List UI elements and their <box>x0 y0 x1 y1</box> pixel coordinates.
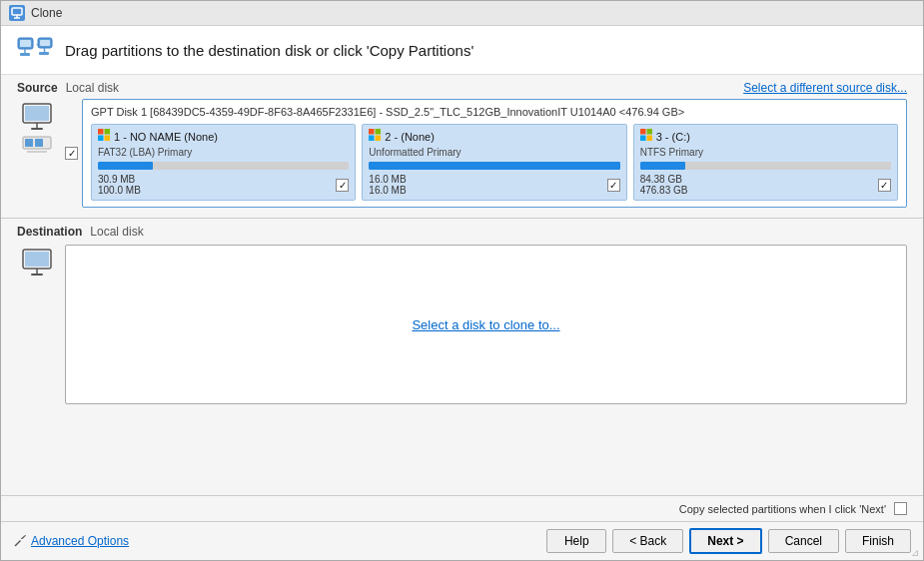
title-bar: Clone <box>1 1 923 26</box>
partition-3-checkbox[interactable] <box>878 179 891 192</box>
svg-rect-21 <box>105 129 111 135</box>
partition-2: 2 - (None) Unformatted Primary 16.0 MB <box>362 124 626 201</box>
svg-rect-25 <box>376 129 382 135</box>
source-disk-area: GPT Disk 1 [68439DC5-4359-49DF-8F63-8A46… <box>65 99 907 212</box>
partition-1-label: 1 - NO NAME (None) <box>114 131 218 143</box>
partition-3-progress <box>640 162 891 170</box>
wrench-icon <box>13 533 27 550</box>
window-title: Clone <box>31 6 62 20</box>
partition-2-checkbox[interactable] <box>607 179 620 192</box>
advanced-options-label: Advanced Options <box>31 534 129 548</box>
svg-rect-26 <box>369 136 375 142</box>
svg-rect-6 <box>20 53 30 56</box>
cancel-button[interactable]: Cancel <box>768 529 839 553</box>
partition-2-type: Unformatted Primary <box>369 147 619 158</box>
copy-option-checkbox[interactable] <box>894 502 907 515</box>
partition-1-progress <box>98 162 349 170</box>
svg-rect-17 <box>25 139 33 147</box>
svg-rect-22 <box>98 136 104 142</box>
help-button[interactable]: Help <box>546 529 606 553</box>
copy-option-label: Copy selected partitions when I click 'N… <box>679 503 886 515</box>
partition-2-label: 2 - (None) <box>385 131 435 143</box>
svg-rect-4 <box>20 40 31 47</box>
svg-rect-15 <box>31 128 43 130</box>
svg-rect-20 <box>98 129 104 135</box>
dest-select-link[interactable]: Select a disk to clone to... <box>412 317 559 332</box>
win-icon-3 <box>640 129 652 144</box>
clone-icon: → <box>17 36 53 64</box>
back-button[interactable]: < Back <box>612 529 683 553</box>
svg-rect-9 <box>40 40 50 46</box>
source-section: Source Local disk Select a different sou… <box>1 75 923 218</box>
svg-rect-0 <box>12 8 22 15</box>
svg-rect-35 <box>31 274 43 276</box>
dest-disk-box[interactable]: Select a disk to clone to... <box>65 245 907 404</box>
svg-rect-18 <box>35 139 43 147</box>
advanced-options-link[interactable]: Advanced Options <box>13 533 129 550</box>
partition-3-label: 3 - (C:) <box>656 131 690 143</box>
partition-3-sizes: 84.38 GB 476.83 GB <box>640 174 688 196</box>
dest-monitor-icon <box>17 245 57 277</box>
partition-2-sizes: 16.0 MB 16.0 MB <box>369 174 406 196</box>
source-disk-check-row: GPT Disk 1 [68439DC5-4359-49DF-8F63-8A46… <box>65 99 907 208</box>
source-disk-checkbox[interactable] <box>65 147 78 160</box>
destination-section: Destination Local disk Select a disk to … <box>1 219 923 495</box>
resize-handle: ⊿ <box>911 547 919 558</box>
partition-3: 3 - (C:) NTFS Primary 84.38 GB 476.83 <box>633 124 898 201</box>
svg-rect-33 <box>25 252 49 267</box>
disk-title: GPT Disk 1 [68439DC5-4359-49DF-8F63-8A46… <box>91 106 898 118</box>
instruction-bar: → Drag partitions to the destination dis… <box>1 26 923 75</box>
svg-rect-11 <box>39 52 49 55</box>
finish-button[interactable]: Finish <box>845 529 911 553</box>
svg-rect-27 <box>376 136 382 142</box>
svg-point-36 <box>21 537 22 538</box>
select-source-link[interactable]: Select a different source disk... <box>743 81 907 95</box>
footer-buttons: Help < Back Next > Cancel Finish <box>546 528 911 554</box>
copy-option-row: Copy selected partitions when I click 'N… <box>679 502 907 515</box>
next-button[interactable]: Next > <box>689 528 761 554</box>
source-monitor-icon <box>17 99 57 158</box>
source-sublabel: Local disk <box>66 81 119 95</box>
partition-2-progress <box>369 162 619 170</box>
svg-rect-24 <box>369 129 375 135</box>
partition-1-checkbox[interactable] <box>336 179 349 192</box>
svg-rect-31 <box>646 136 652 142</box>
footer-bar: Advanced Options Help < Back Next > Canc… <box>1 521 923 560</box>
copy-option-bar: Copy selected partitions when I click 'N… <box>1 495 923 521</box>
partition-1: 1 - NO NAME (None) FAT32 (LBA) Primary 3… <box>91 124 356 201</box>
source-label: Source <box>17 81 58 95</box>
svg-rect-28 <box>640 129 646 135</box>
partitions-row: 1 - NO NAME (None) FAT32 (LBA) Primary 3… <box>91 124 898 201</box>
dest-label: Destination <box>17 225 82 239</box>
partition-1-sizes: 30.9 MB 100.0 MB <box>98 174 141 196</box>
instruction-text: Drag partitions to the destination disk … <box>65 42 473 59</box>
svg-rect-30 <box>640 136 646 142</box>
svg-rect-23 <box>105 136 111 142</box>
partition-3-type: NTFS Primary <box>640 147 891 158</box>
partition-1-type: FAT32 (LBA) Primary <box>98 147 349 158</box>
app-icon <box>9 5 25 21</box>
win-icon-1 <box>98 129 110 144</box>
dest-sublabel: Local disk <box>90 225 143 239</box>
svg-rect-29 <box>646 129 652 135</box>
svg-rect-13 <box>25 106 49 121</box>
win-icon-2 <box>369 129 381 144</box>
